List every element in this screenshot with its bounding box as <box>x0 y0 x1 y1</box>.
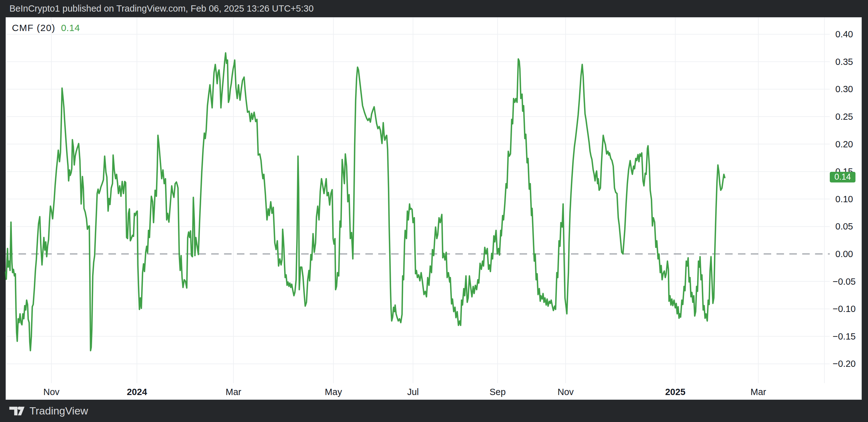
time-scale-label: Nov <box>43 387 60 397</box>
price-scale-label: −0.15 <box>831 331 857 342</box>
price-scale-label: 0.10 <box>831 194 857 204</box>
time-scale-label: Sep <box>490 387 506 397</box>
time-scale-label: 2025 <box>665 387 686 397</box>
tradingview-snapshot-page: { "header": { "text": "BeInCrypto1 publi… <box>0 0 868 422</box>
price-scale-label: 0.00 <box>831 249 857 259</box>
price-scale-label: 0.40 <box>831 29 857 39</box>
time-scale-label: Mar <box>226 387 241 397</box>
cmf-series-line <box>6 53 725 351</box>
price-scale-label: 0.05 <box>831 221 857 232</box>
footer-brand-link[interactable]: TradingView <box>29 405 88 417</box>
indicator-legend-title: CMF (20) <box>12 23 56 33</box>
indicator-legend: CMF (20)0.14 <box>12 23 80 33</box>
price-scale-label: −0.10 <box>831 303 857 314</box>
price-scale-label: 0.35 <box>831 56 857 67</box>
time-scale-label: May <box>325 387 342 397</box>
price-scale-label: −0.05 <box>831 276 857 287</box>
time-scale-label: Mar <box>750 387 766 397</box>
time-scale-label: Nov <box>557 387 574 397</box>
time-scale-label: Jul <box>407 387 418 397</box>
price-scale-label: 0.30 <box>831 84 857 94</box>
price-scale-label: 0.20 <box>831 139 857 150</box>
price-scale-label: 0.25 <box>831 111 857 122</box>
cmf-line-chart[interactable] <box>0 0 868 422</box>
last-value-badge: 0.14 <box>830 172 856 182</box>
indicator-legend-value: 0.14 <box>61 23 80 33</box>
last-value-badge-text: 0.14 <box>834 172 851 182</box>
footer-bar: TradingView <box>0 400 868 422</box>
time-scale-label: 2024 <box>127 387 147 397</box>
price-scale-label: −0.20 <box>831 358 857 369</box>
tradingview-logo-icon[interactable] <box>9 405 25 417</box>
